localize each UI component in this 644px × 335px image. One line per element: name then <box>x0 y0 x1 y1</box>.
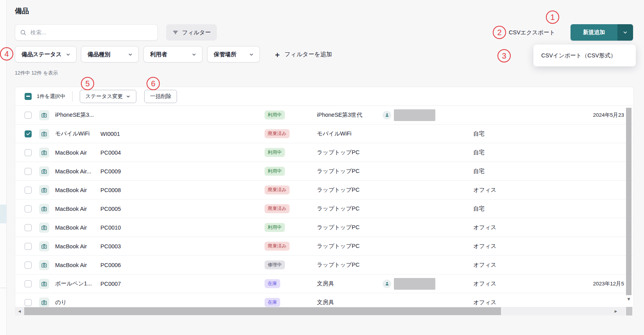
item-name[interactable]: のり <box>55 299 100 306</box>
bulk-delete-label: 一括削除 <box>150 93 171 100</box>
filter-chip-status[interactable]: 備品ステータス <box>15 46 77 62</box>
camera-icon <box>41 262 47 268</box>
item-code: PC0003 <box>100 243 265 249</box>
row-checkbox[interactable] <box>25 224 32 231</box>
status-change-button[interactable]: ステータス変更 <box>80 90 137 103</box>
item-photo-icon <box>39 298 49 307</box>
table-row[interactable]: モバイルWiFi WI0001 廃棄済み モバイルWiFi 自宅 <box>15 125 633 143</box>
scroll-left-arrow-icon[interactable]: ◄ <box>16 307 23 315</box>
chevron-down-icon <box>249 52 254 57</box>
status-badge: 利用中 <box>265 223 285 232</box>
result-count: 12件中 12件 を表示 <box>15 70 58 77</box>
csv-export-link[interactable]: CSVエクスポート <box>509 29 555 36</box>
table-row[interactable]: MacBook Air PC0004 利用中 ラップトップPC 自宅 <box>15 143 633 162</box>
add-filter-link[interactable]: ＋ フィルターを追加 <box>274 46 332 62</box>
csv-import-menu-item[interactable]: CSVインポート（CSV形式） <box>533 52 636 59</box>
row-checkbox[interactable] <box>25 112 32 119</box>
item-type: iPhoneSE第3世代 <box>317 111 383 119</box>
plus-icon: ＋ <box>274 51 281 58</box>
table-row[interactable]: のり 在庫 文房具 オフィス <box>15 293 633 307</box>
selection-bar: 1件を選択中 ステータス変更 一括削除 <box>15 87 633 106</box>
row-checkbox[interactable] <box>25 205 32 212</box>
select-all-checkbox[interactable] <box>25 93 32 100</box>
annotation-circle-6: 6 <box>147 77 160 90</box>
item-code: PC0007 <box>100 281 265 287</box>
item-name[interactable]: MacBook Air <box>55 243 100 249</box>
item-type: 文房具 <box>317 299 383 306</box>
row-checkbox[interactable] <box>25 243 32 250</box>
filter-chip-type[interactable]: 備品種別 <box>81 46 139 62</box>
horizontal-scrollbar-thumb[interactable] <box>24 307 501 315</box>
item-photo-icon <box>39 260 49 270</box>
filter-button[interactable]: フィルター <box>166 24 217 41</box>
page-title: 備品 <box>15 6 29 16</box>
item-name[interactable]: MacBook Air <box>55 150 100 156</box>
item-code: PC0008 <box>100 187 265 193</box>
table-row[interactable]: MacBook Air PC0006 修理中 ラップトップPC オフィス <box>15 256 633 274</box>
annotation-circle-1: 1 <box>546 11 559 24</box>
filter-chip-user[interactable]: 利用者 <box>143 46 202 62</box>
search-box[interactable] <box>15 24 158 41</box>
row-checkbox[interactable] <box>25 299 32 306</box>
table-row[interactable]: ボールペン1... PC0007 在庫 文房具 オフィス 2023年12月5 <box>15 274 633 293</box>
item-name[interactable]: MacBook Air... <box>55 168 100 175</box>
search-input[interactable] <box>30 29 153 36</box>
filter-chip-location[interactable]: 保管場所 <box>207 46 260 62</box>
status-badge: 廃棄済み <box>265 129 290 138</box>
row-checkbox[interactable] <box>25 187 32 194</box>
table-row[interactable]: iPhoneSE第3... 利用中 iPhoneSE第3世代 2024年5月23 <box>15 106 633 125</box>
table-row[interactable]: MacBook Air PC0003 廃棄済み ラップトップPC オフィス <box>15 237 633 256</box>
chevron-down-icon <box>126 94 131 99</box>
item-type: 文房具 <box>317 280 383 287</box>
table-row[interactable]: MacBook Air... PC0009 利用中 ラップトップPC 自宅 <box>15 162 633 181</box>
scroll-right-arrow-icon[interactable]: ► <box>612 307 620 315</box>
item-date: 2023年12月5 <box>520 280 633 287</box>
item-name[interactable]: モバイルWiFi <box>55 130 100 137</box>
horizontal-scrollbar[interactable]: ◄ ► <box>15 307 625 315</box>
camera-icon <box>41 206 47 212</box>
item-name[interactable]: ボールペン1... <box>55 280 100 287</box>
row-checkbox[interactable] <box>25 168 32 175</box>
item-name[interactable]: iPhoneSE第3... <box>55 111 100 119</box>
item-photo-icon <box>39 166 49 176</box>
item-photo-icon <box>39 129 49 139</box>
item-photo-icon <box>39 223 49 233</box>
add-new-split-button: 新規追加 <box>571 24 633 41</box>
row-checkbox[interactable] <box>25 262 32 269</box>
table-row[interactable]: MacBook Air PC0010 利用中 ラップトップPC オフィス <box>15 218 633 237</box>
chevron-down-icon <box>128 52 133 57</box>
status-badge: 廃棄済み <box>265 185 290 194</box>
item-code: PC0009 <box>100 168 265 175</box>
scrollbar-corner <box>626 307 632 315</box>
vertical-scrollbar-thumb[interactable] <box>626 108 631 295</box>
item-name[interactable]: MacBook Air <box>55 225 100 231</box>
row-checkbox[interactable] <box>25 130 32 137</box>
scroll-down-arrow-icon[interactable]: ▼ <box>626 295 632 303</box>
item-code: WI0001 <box>100 131 265 137</box>
add-new-button[interactable]: 新規追加 <box>571 24 617 41</box>
add-new-dropdown-toggle[interactable] <box>617 24 633 41</box>
item-name[interactable]: MacBook Air <box>55 206 100 212</box>
item-type: ラップトップPC <box>317 242 383 250</box>
annotation-circle-4: 4 <box>0 47 13 61</box>
sidebar-active-indicator <box>0 205 6 223</box>
bulk-delete-button[interactable]: 一括削除 <box>144 90 177 103</box>
item-type: ラップトップPC <box>317 261 383 269</box>
item-name[interactable]: MacBook Air <box>55 187 100 193</box>
status-badge: 廃棄済み <box>265 204 290 213</box>
row-checkbox[interactable] <box>25 149 32 156</box>
status-badge: 廃棄済み <box>265 242 290 250</box>
table-body: iPhoneSE第3... 利用中 iPhoneSE第3世代 2024年5月23 <box>15 106 633 307</box>
table-row[interactable]: MacBook Air PC0008 廃棄済み ラップトップPC オフィス <box>15 181 633 200</box>
annotation-circle-5: 5 <box>81 77 94 90</box>
item-name[interactable]: MacBook Air <box>55 262 100 268</box>
item-photo-icon <box>39 185 49 195</box>
annotation-circle-2: 2 <box>493 26 506 39</box>
add-filter-label: フィルターを追加 <box>284 51 332 58</box>
camera-icon <box>41 225 47 231</box>
table-row[interactable]: MacBook Air PC0005 廃棄済み ラップトップPC 自宅 <box>15 200 633 218</box>
row-checkbox[interactable] <box>25 280 32 287</box>
equipment-list-page: 備品 フィルター CSVエクスポート 新規追加 CSVインポート（CSV形式） … <box>0 0 644 335</box>
filter-icon <box>172 29 179 36</box>
filter-chip-type-label: 備品種別 <box>88 51 110 58</box>
